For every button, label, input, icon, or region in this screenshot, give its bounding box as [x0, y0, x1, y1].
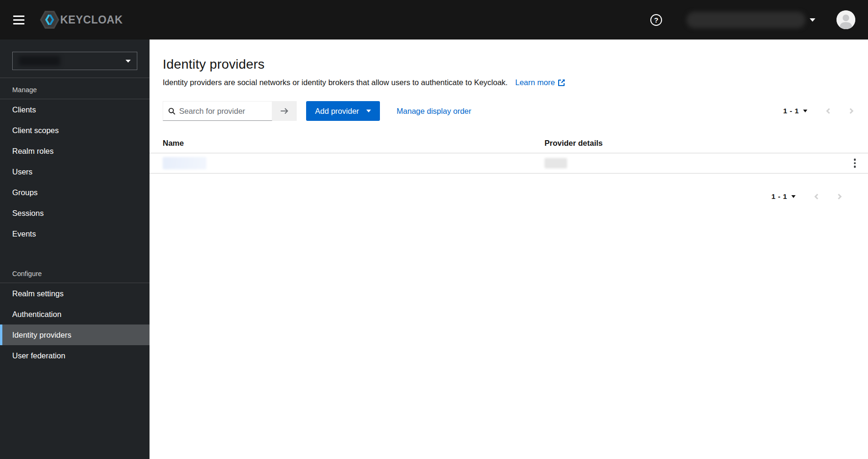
sidebar-item-clients[interactable]: Clients [0, 99, 150, 120]
search-input[interactable] [179, 107, 272, 116]
search-icon [168, 108, 175, 115]
next-page-button[interactable] [837, 193, 843, 200]
search-box [163, 101, 272, 121]
sidebar-item-groups[interactable]: Groups [0, 182, 150, 203]
provider-details-cell [544, 158, 842, 168]
pagination-range: 1 - 1 [783, 107, 799, 115]
keycloak-hexagon-icon [40, 11, 59, 29]
keycloak-admin-console: KEYCLOAK ? Manage Cl [0, 0, 868, 459]
sidebar-item-sessions[interactable]: Sessions [0, 203, 150, 223]
column-header-name: Name [150, 139, 544, 148]
column-header-provider-details: Provider details [544, 139, 842, 148]
pagination-top: 1 - 1 [783, 107, 854, 115]
redacted-provider-name-link[interactable] [163, 157, 206, 169]
previous-page-button[interactable] [813, 193, 819, 200]
search-group [163, 101, 297, 121]
learn-more-link[interactable]: Learn more [515, 78, 565, 87]
chevron-left-icon [825, 107, 831, 115]
realm-selector[interactable] [12, 52, 137, 70]
chevron-left-icon [813, 193, 819, 200]
pagination-options-caret-icon[interactable] [803, 110, 807, 112]
sidebar-item-client-scopes[interactable]: Client scopes [0, 120, 150, 141]
learn-more-label: Learn more [515, 78, 555, 87]
nav-group-manage: Manage Clients Client scopes Realm roles… [0, 78, 150, 244]
toolbar: Add provider Manage display order 1 - 1 [163, 101, 854, 121]
sidebar: Manage Clients Client scopes Realm roles… [0, 40, 150, 459]
nav-toggle-icon[interactable] [13, 16, 24, 24]
chevron-right-icon [849, 107, 854, 115]
providers-table: Name Provider details [150, 134, 868, 174]
sidebar-item-realm-settings[interactable]: Realm settings [0, 283, 150, 304]
external-link-icon [558, 79, 565, 86]
user-menu-caret-icon[interactable] [810, 18, 815, 22]
sidebar-item-identity-providers[interactable]: Identity providers [0, 324, 150, 345]
pagination-range: 1 - 1 [771, 192, 787, 201]
add-provider-label: Add provider [315, 107, 359, 116]
sidebar-item-users[interactable]: Users [0, 161, 150, 182]
previous-page-button[interactable] [825, 107, 831, 115]
redacted-realm-name [19, 56, 60, 66]
add-provider-button[interactable]: Add provider [306, 101, 380, 121]
sidebar-item-authentication[interactable]: Authentication [0, 304, 150, 324]
chevron-right-icon [837, 193, 843, 200]
redacted-username[interactable] [687, 12, 805, 28]
keycloak-logo: KEYCLOAK [40, 11, 123, 29]
help-icon[interactable]: ? [650, 14, 662, 26]
page-description: Identity providers are social networks o… [163, 78, 854, 87]
sidebar-item-realm-roles[interactable]: Realm roles [0, 141, 150, 161]
brand-text: KEYCLOAK [60, 14, 123, 26]
nav-group-manage-label: Manage [0, 78, 150, 99]
row-kebab-menu-icon[interactable] [852, 157, 858, 170]
avatar[interactable] [836, 10, 855, 29]
main-content: Identity providers Identity providers ar… [150, 40, 868, 459]
next-page-button[interactable] [849, 107, 854, 115]
masthead: KEYCLOAK ? [0, 0, 868, 40]
nav-group-configure: Configure Realm settings Authentication … [0, 262, 150, 366]
table-row [150, 153, 868, 174]
page-title: Identity providers [163, 57, 854, 72]
manage-display-order-link[interactable]: Manage display order [397, 107, 472, 116]
table-header: Name Provider details [150, 134, 868, 153]
provider-name-cell [150, 157, 544, 169]
pagination-options-caret-icon[interactable] [791, 195, 796, 198]
pagination-bottom: 1 - 1 [163, 192, 843, 201]
add-provider-caret-icon [366, 110, 371, 112]
page-description-text: Identity providers are social networks o… [163, 78, 508, 87]
arrow-right-icon [280, 108, 289, 114]
realm-selector-caret-icon [126, 60, 131, 63]
search-submit-button[interactable] [272, 101, 297, 121]
redacted-provider-details [544, 158, 567, 168]
nav-group-configure-label: Configure [0, 262, 150, 283]
sidebar-item-events[interactable]: Events [0, 223, 150, 244]
sidebar-item-user-federation[interactable]: User federation [0, 345, 150, 366]
